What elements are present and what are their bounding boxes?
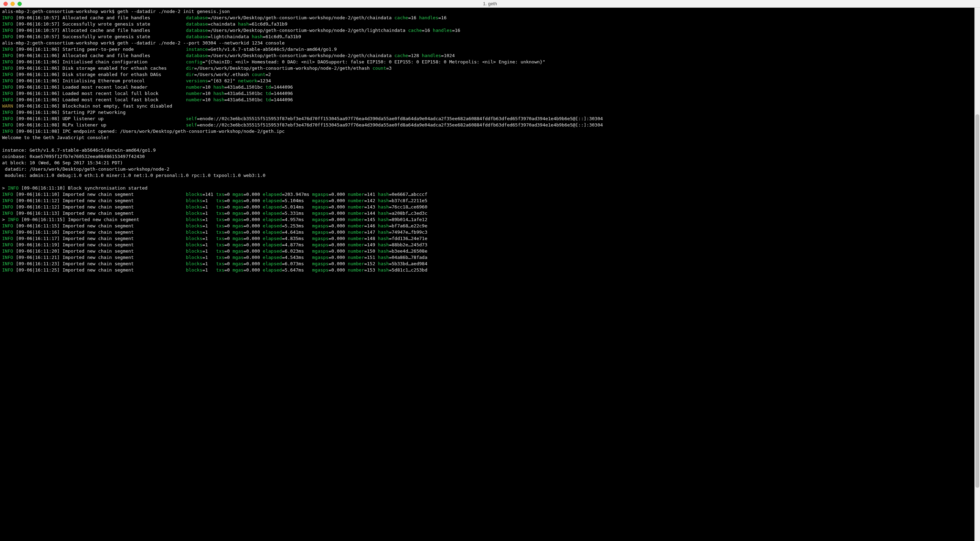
log-key: elapsed [263,230,282,235]
log-key: count [372,65,386,71]
log-val: =5.253ms [282,223,312,228]
log-val: =16 [452,28,460,33]
log-val: =0.000 [328,192,348,197]
log-message: Loaded most recent local header [62,84,186,90]
log-val: =203.947ms [282,192,312,197]
log-key: hash [213,91,224,96]
log-key: txs [216,242,224,247]
log-level: WARN [2,103,13,109]
log-key: database [186,28,208,33]
log-message: Imported new chain segment [62,261,186,266]
log-val: =144 [364,211,378,216]
log-timestamp: [09-06|16:11:25] [13,267,62,273]
log-key: elapsed [263,242,282,247]
log-val: =5.331ms [282,211,312,216]
log-val: =04a86b…78fada [389,255,428,260]
log-timestamp: [09-06|16:11:13] [13,211,62,216]
log-key: elapsed [263,192,282,197]
log-val: =1 [202,230,216,235]
log-key: elapsed [263,261,282,266]
log-timestamp: [09-06|16:11:10] [19,186,68,190]
log-val: =143 [364,204,378,209]
log-timestamp: [09-06|16:11:06] [13,53,62,58]
log-key: database [186,34,208,39]
log-level: INFO [2,53,13,58]
log-message: UDP listener up [62,116,186,121]
log-val: =fdd136…24e71e [389,236,428,241]
scrollbar[interactable] [974,8,980,541]
log-timestamp: [09-06|16:11:19] [13,242,62,247]
log-key: handles [419,15,439,20]
log-key: mgas [232,198,243,203]
log-val: =74947e…fb99c3 [389,230,428,235]
log-val: =enode://02c3e6bcb35515f515953f87ebf3e47… [197,122,603,127]
log-val: =0.000 [243,198,263,203]
log-timestamp: [09-06|16:11:06] [13,84,62,90]
log-key: number [348,217,364,222]
log-key: number [348,198,364,203]
log-key: blocks [186,261,202,266]
log-timestamp: [09-06|16:11:15] [13,223,62,228]
minimize-icon[interactable] [11,2,15,6]
log-level: INFO [2,204,13,209]
log-val: =0.000 [243,211,263,216]
log-val: =0.000 [243,255,263,260]
log-val: =0 [224,217,232,222]
log-val: =4.877ms [282,242,312,247]
log-timestamp: [09-06|16:11:12] [13,204,62,209]
log-level: INFO [2,242,13,247]
log-level: INFO [2,236,13,241]
log-key: number [348,223,364,228]
log-message: Initialising Ethereum protocol [62,78,186,83]
zoom-icon[interactable] [18,2,22,6]
log-message: Imported new chain segment [62,248,186,254]
log-val: =0.000 [328,223,348,228]
log-val: =0 [224,192,232,197]
terminal-body-wrap: alis-mbp-2:geth-consortium-workshop work… [0,8,980,541]
log-key: number [348,230,364,235]
log-key: cache [394,15,408,20]
log-val: =431a6d…1501bc [224,91,263,96]
log-key: mgasps [312,192,328,197]
log-level: INFO [2,230,13,235]
log-key: database [186,15,208,20]
log-key: hash [378,236,389,241]
log-val: =1234 [257,78,271,83]
log-key: hash [378,223,389,228]
log-key: mgas [232,211,243,216]
log-timestamp: [09-06|16:11:08] [13,122,62,127]
log-key: txs [216,261,224,266]
log-key: hash [378,261,389,266]
log-val: =1 [202,242,216,247]
log-val: =0.000 [243,223,263,228]
scrollbar-thumb[interactable] [975,114,979,487]
prompt-char: > [2,186,8,190]
log-key: number [348,248,364,254]
log-level: INFO [2,78,13,83]
log-val: =6.073ms [282,261,312,266]
log-val: =0 [224,204,232,209]
log-key: mgas [232,230,243,235]
log-timestamp: [09-06|16:11:06] [13,78,62,83]
log-key: dir [186,72,194,77]
log-val: =0.000 [243,192,263,197]
log-key: elapsed [263,211,282,216]
log-val: =1 [202,248,216,254]
traffic-lights [0,2,22,6]
log-key: database [186,21,208,27]
log-val: =0 [224,242,232,247]
terminal-output[interactable]: alis-mbp-2:geth-consortium-workshop work… [0,8,974,541]
log-key: number [348,211,364,216]
log-level: INFO [2,28,13,33]
log-key: number [348,236,364,241]
close-icon[interactable] [3,2,8,6]
log-message: IPC endpoint opened: /Users/work/Desktop… [62,129,285,134]
log-val: =0 [224,255,232,260]
log-val: =0 [224,198,232,203]
log-key: txs [216,217,224,222]
log-val: =147 [364,230,378,235]
log-level: INFO [8,186,19,190]
log-key: txs [216,236,224,241]
log-val: =16 [439,15,447,20]
log-val: =0.000 [328,242,348,247]
